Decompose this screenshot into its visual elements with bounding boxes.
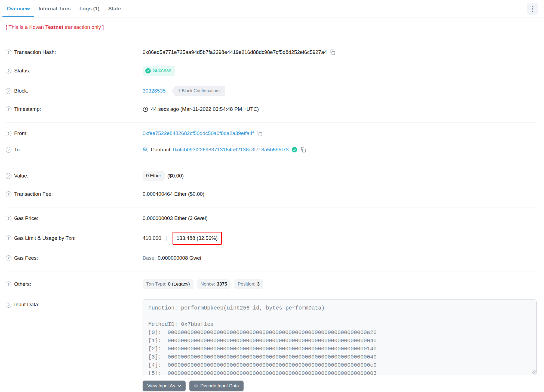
- tab-state[interactable]: State: [104, 1, 125, 17]
- transaction-detail-page: { "tabs": { "overview": "Overview", "int…: [0, 0, 544, 392]
- help-icon[interactable]: ?: [6, 255, 11, 261]
- copy-icon[interactable]: [257, 130, 263, 136]
- nonce-badge: Nonce: 3375: [197, 279, 231, 289]
- view-input-as-button[interactable]: View Input As: [143, 381, 186, 391]
- decode-icon: ⚙: [194, 383, 198, 388]
- help-icon[interactable]: ?: [6, 191, 11, 197]
- help-icon[interactable]: ?: [6, 216, 11, 221]
- tab-internal-txns[interactable]: Internal Txns: [34, 1, 75, 17]
- more-options-button[interactable]: [527, 3, 538, 15]
- blank-line: [148, 312, 531, 320]
- row-label-text: Transaction Hash:: [14, 49, 56, 55]
- section-divider: [6, 122, 537, 122]
- param-value: 0000000000000000000000000000000000000000…: [168, 329, 377, 337]
- row-gas-fees: ? Gas Fees: Base: 0.000000008 Gwei: [6, 250, 537, 266]
- input-param-line: [5]:000000000000000000000000000000000000…: [148, 369, 531, 375]
- param-index: [1]:: [148, 337, 168, 345]
- timestamp-value: 44 secs ago (Mar-11-2022 03:54:48 PM +UT…: [151, 106, 259, 112]
- banner-text: [ This is a Kovan: [6, 24, 45, 30]
- param-index: [0]:: [148, 329, 168, 337]
- input-data-actions: View Input As ⚙ Decode Input Data: [143, 381, 537, 391]
- row-status: ? Status: Success: [6, 60, 537, 81]
- row-label-text: Transaction Fee:: [14, 191, 53, 197]
- to-address-link[interactable]: 0x4cb093f226983713164a62138c3f718a5b595f…: [173, 147, 289, 153]
- status-badge: Success: [143, 66, 175, 76]
- from-address-link[interactable]: 0xfee7522e8482682cf50ddc50a0f8da2a39effa…: [143, 130, 254, 136]
- row-gas-price: ? Gas Price: 0.000000003 Ether (3 Gwei): [6, 210, 537, 226]
- value-amount: 0 Ether: [146, 173, 161, 179]
- row-input-data: ? Input Data: Function: performUpkeep(ui…: [6, 294, 537, 391]
- value-badge: 0 Ether: [143, 171, 165, 181]
- param-index: [3]:: [148, 353, 168, 361]
- help-icon[interactable]: ?: [6, 147, 11, 153]
- input-param-line: [2]:000000000000000000000000000000000000…: [148, 345, 531, 353]
- param-index: [2]:: [148, 345, 168, 353]
- gas-fees-base-value: 0.000000008 Gwei: [158, 255, 201, 261]
- clock-icon: [143, 106, 148, 112]
- help-icon[interactable]: ?: [6, 106, 11, 112]
- chevron-down-icon: [178, 385, 181, 387]
- status-text: Success: [153, 68, 171, 74]
- help-icon[interactable]: ?: [6, 131, 11, 136]
- param-value: 0000000000000000000000000000000000000000…: [168, 345, 377, 353]
- input-function-line: Function: performUpkeep(uint256 id, byte…: [148, 304, 531, 312]
- block-number-link[interactable]: 30328535: [143, 88, 166, 94]
- param-value: 0000000000000000000000000000000000000000…: [168, 361, 377, 369]
- badge-key: Txn Type:: [146, 281, 166, 287]
- section-divider: [6, 163, 537, 163]
- row-label-text: Status:: [14, 68, 30, 74]
- row-label-text: To:: [14, 147, 21, 153]
- row-label-text: From:: [14, 130, 28, 136]
- decode-input-data-button[interactable]: ⚙ Decode Input Data: [189, 381, 244, 391]
- txn-type-badge: Txn Type: 0 (Legacy): [143, 279, 193, 289]
- help-icon[interactable]: ?: [6, 173, 11, 179]
- input-param-line: [1]:000000000000000000000000000000000000…: [148, 337, 531, 345]
- help-icon[interactable]: ?: [6, 50, 11, 55]
- check-circle-icon: [145, 68, 151, 74]
- param-value: 0000000000000000000000000000000000000000…: [168, 369, 377, 375]
- row-others: ? Others: Txn Type: 0 (Legacy) Nonce: 33…: [6, 274, 537, 294]
- zoom-in-icon[interactable]: [143, 147, 148, 152]
- help-icon[interactable]: ?: [6, 88, 11, 94]
- row-label-text: Block:: [14, 88, 28, 94]
- tab-overview[interactable]: Overview: [2, 1, 34, 17]
- tab-logs[interactable]: Logs (1): [75, 1, 104, 17]
- verified-contract-icon: [291, 147, 297, 153]
- row-timestamp: ? Timestamp: 44 secs ago (Mar-11-2022 03…: [6, 101, 537, 117]
- row-transaction-fee: ? Transaction Fee: 0.000400464 Ether ($0…: [6, 186, 537, 202]
- param-value: 0000000000000000000000000000000000000000…: [168, 337, 377, 345]
- copy-icon[interactable]: [330, 49, 336, 55]
- input-methodid-line: MethodID: 0x7bbaf1ea: [148, 320, 531, 329]
- gas-usage-value: 133,488 (32.56%): [177, 235, 218, 241]
- row-value: ? Value: 0 Ether ($0.00): [6, 166, 537, 186]
- row-gas-limit-usage: ? Gas Limit & Usage by Txn: 410,000 | 13…: [6, 226, 537, 250]
- param-index: [4]:: [148, 361, 168, 369]
- input-data-textarea[interactable]: Function: performUpkeep(uint256 id, byte…: [143, 299, 537, 375]
- banner-text: transaction only ]: [63, 24, 104, 30]
- row-label-text: Input Data:: [14, 302, 39, 308]
- badge-value: 3: [257, 281, 260, 287]
- help-icon[interactable]: ?: [6, 302, 11, 308]
- param-value: 0000000000000000000000000000000000000000…: [168, 353, 377, 361]
- row-block: ? Block: 30328535 7 Block Confirmations: [6, 81, 537, 101]
- button-label: Decode Input Data: [200, 383, 239, 389]
- help-icon[interactable]: ?: [6, 281, 11, 287]
- row-label-text: Value:: [14, 173, 28, 179]
- input-param-line: [0]:000000000000000000000000000000000000…: [148, 329, 531, 337]
- gas-usage-annotation-box: 133,488 (32.56%): [173, 232, 222, 245]
- copy-icon[interactable]: [300, 147, 306, 153]
- pipe-separator: |: [164, 235, 169, 241]
- help-icon[interactable]: ?: [6, 235, 11, 241]
- help-icon[interactable]: ?: [6, 68, 11, 74]
- gas-fees-base-label: Base:: [143, 255, 156, 261]
- gas-price-value: 0.000000003 Ether (3 Gwei): [143, 215, 208, 221]
- tab-bar: Overview Internal Txns Logs (1) State: [0, 0, 544, 17]
- row-label-text: Gas Price:: [14, 215, 38, 221]
- testnet-banner: [ This is a Kovan Testnet transaction on…: [6, 22, 537, 30]
- block-confirmations-badge: 7 Block Confirmations: [172, 86, 226, 96]
- section-divider: [6, 207, 537, 207]
- banner-bold-text: Testnet: [45, 24, 63, 30]
- input-param-line: [4]:000000000000000000000000000000000000…: [148, 361, 531, 369]
- value-usd: ($0.00): [167, 173, 184, 179]
- overview-panel: [ This is a Kovan Testnet transaction on…: [0, 17, 544, 392]
